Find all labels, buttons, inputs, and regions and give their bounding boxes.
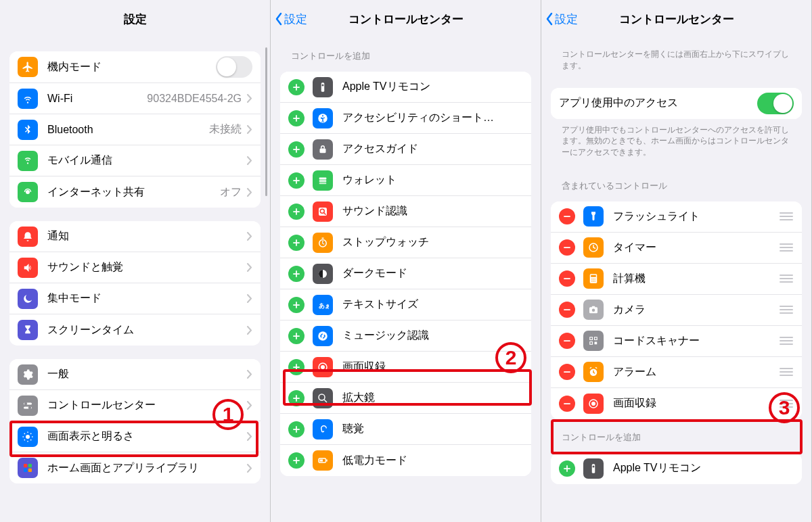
add-button[interactable]	[288, 235, 304, 251]
settings-row[interactable]: コントロールセンター	[9, 390, 261, 421]
svg-rect-42	[595, 337, 597, 340]
chevron-left-icon	[275, 12, 283, 26]
add-control-row[interactable]: アクセシビリティのショート…	[280, 103, 531, 134]
row-label: コードスキャナー	[613, 334, 779, 348]
row-label: コントロールセンター	[47, 398, 247, 412]
settings-row[interactable]: 機内モード	[9, 51, 261, 83]
chevron-right-icon	[247, 94, 252, 103]
remove-button[interactable]	[559, 396, 575, 412]
add-control-row[interactable]: ウォレット	[280, 165, 531, 196]
settings-row[interactable]: 通知	[9, 221, 261, 252]
drag-handle[interactable]	[779, 400, 794, 408]
panel-control-center-add: 設定 コントロールセンター コントロールを追加 Apple TVリモコンアクセシ…	[271, 0, 541, 522]
add-control-row[interactable]: ストップウォッチ	[280, 227, 531, 258]
add-button[interactable]	[559, 460, 575, 477]
qr-icon	[583, 331, 604, 351]
included-row[interactable]: アラーム	[551, 357, 802, 388]
add-control-row[interactable]: Apple TVリモコン	[280, 72, 531, 103]
add-group: Apple TVリモコン	[551, 453, 802, 484]
included-row[interactable]: タイマー	[551, 233, 802, 264]
back-button[interactable]: 設定	[275, 11, 307, 27]
row-label: インターネット共有	[47, 185, 220, 199]
settings-row[interactable]: 一般	[9, 359, 261, 390]
cellular-icon	[18, 151, 38, 171]
included-row[interactable]: 計算機	[551, 264, 802, 295]
add-control-row[interactable]: あぁテキストサイズ	[280, 289, 531, 321]
settings-row[interactable]: ホーム画面とアプリライブラリ	[9, 452, 261, 483]
remove-button[interactable]	[559, 239, 575, 256]
drag-handle[interactable]	[779, 306, 794, 314]
drag-handle[interactable]	[779, 243, 794, 252]
settings-row[interactable]: 集中モード	[9, 283, 261, 314]
access-label: アプリ使用中のアクセス	[559, 96, 757, 110]
included-row[interactable]: カメラ	[551, 295, 802, 326]
svg-rect-44	[595, 342, 597, 345]
remove-button[interactable]	[559, 270, 575, 287]
back-label: 設定	[284, 11, 307, 27]
toggle[interactable]	[216, 56, 252, 78]
svg-point-10	[322, 84, 324, 86]
gear-icon	[18, 364, 38, 385]
add-label: コントロールを追加	[551, 419, 802, 448]
back-button[interactable]: 設定	[545, 11, 578, 27]
row-label: ストップウォッチ	[342, 235, 523, 250]
hourglass-icon	[18, 320, 38, 340]
chevron-right-icon	[247, 232, 252, 241]
settings-row[interactable]: サウンドと触覚	[9, 252, 261, 283]
included-row[interactable]: コードスキャナー	[551, 326, 802, 357]
row-label: サウンドと触覚	[47, 260, 247, 275]
panel-control-center-main: 設定 コントロールセンター コントロールセンターを開くには画面右上から下にスワイ…	[541, 0, 812, 522]
add-button[interactable]	[288, 421, 304, 437]
remote-icon	[583, 458, 604, 479]
add-control-row[interactable]: Apple TVリモコン	[551, 453, 802, 484]
settings-row[interactable]: 画面表示と明るさ	[9, 421, 261, 452]
add-button[interactable]	[288, 390, 304, 406]
back-label: 設定	[555, 11, 578, 27]
add-control-row[interactable]: 画面収録	[280, 352, 531, 383]
remove-button[interactable]	[559, 333, 575, 349]
settings-row[interactable]: スクリーンタイム	[9, 314, 261, 346]
add-button[interactable]	[288, 110, 304, 126]
drag-handle[interactable]	[779, 275, 794, 283]
remove-button[interactable]	[559, 208, 575, 224]
settings-row[interactable]: インターネット共有オフ	[9, 176, 261, 208]
add-button[interactable]	[288, 266, 304, 282]
drag-handle[interactable]	[779, 337, 794, 345]
remove-button[interactable]	[559, 302, 575, 318]
a11y-icon	[313, 108, 333, 128]
add-button[interactable]	[288, 141, 304, 158]
included-row[interactable]: 画面収録	[551, 388, 802, 419]
add-button[interactable]	[288, 79, 304, 95]
svg-point-47	[591, 402, 595, 406]
add-control-row[interactable]: 拡大鏡	[280, 383, 531, 414]
add-control-row[interactable]: 低電力モード	[280, 445, 531, 476]
add-button[interactable]	[288, 359, 304, 375]
add-control-row[interactable]: 聴覚	[280, 414, 531, 445]
add-control-row[interactable]: サウンド認識	[280, 196, 531, 227]
access-toggle[interactable]	[757, 93, 794, 114]
remove-button[interactable]	[559, 364, 575, 380]
included-row[interactable]: フラッシュライト	[551, 201, 802, 233]
drag-handle[interactable]	[779, 212, 794, 220]
add-button[interactable]	[288, 204, 304, 220]
add-control-row[interactable]: アクセスガイド	[280, 134, 531, 165]
row-label: 計算機	[613, 272, 779, 286]
add-button[interactable]	[288, 328, 304, 344]
add-control-row[interactable]: ミュージック認識	[280, 321, 531, 352]
add-control-row[interactable]: ダークモード	[280, 258, 531, 289]
settings-row[interactable]: Wi-Fi90324BDE4554-2G	[9, 83, 261, 114]
svg-point-35	[591, 281, 593, 282]
scrollbar[interactable]	[265, 47, 267, 196]
page-title: コントロールセンター	[619, 11, 734, 27]
add-button[interactable]	[288, 452, 304, 469]
add-button[interactable]	[288, 172, 304, 189]
drag-handle[interactable]	[779, 368, 794, 376]
alarm-icon	[583, 362, 604, 382]
svg-rect-6	[28, 464, 32, 467]
settings-row[interactable]: モバイル通信	[9, 145, 261, 176]
chevron-right-icon	[247, 464, 252, 473]
add-button[interactable]	[288, 297, 304, 313]
hotspot-icon	[18, 182, 38, 202]
settings-row[interactable]: Bluetooth未接続	[9, 114, 261, 145]
chevron-right-icon	[247, 432, 252, 441]
